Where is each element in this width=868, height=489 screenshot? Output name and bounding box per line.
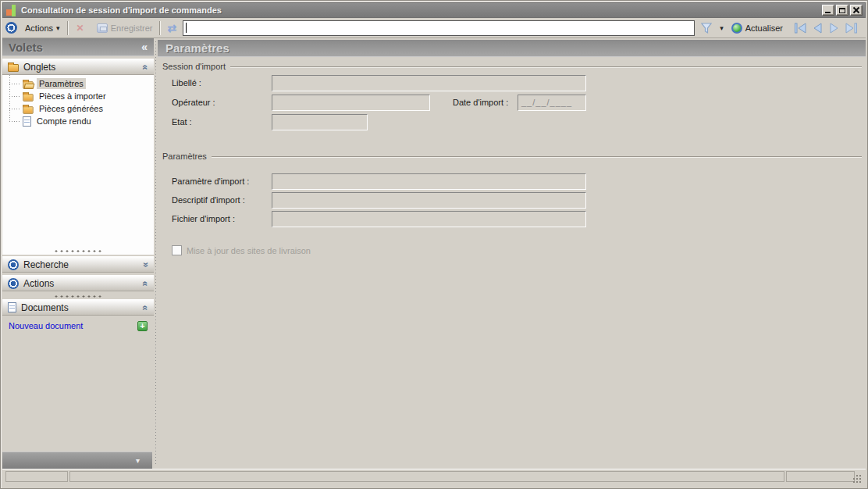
page-title: Paramètres: [165, 41, 229, 55]
previous-record-icon: [812, 23, 824, 34]
main-header: Paramètres: [158, 40, 866, 57]
tree-item-label: Paramètres: [37, 78, 86, 89]
collapse-sidebar-icon[interactable]: «: [141, 41, 148, 53]
actions-bullseye-icon: [8, 278, 19, 289]
maj-sites-livraison-label: Mise à jour des sites de livraison: [187, 246, 311, 255]
refresh-icon: [731, 23, 742, 34]
date-import-field[interactable]: __/__/____: [518, 95, 586, 111]
previous-record-button[interactable]: [812, 23, 824, 34]
sync-button[interactable]: ⇄: [164, 21, 180, 35]
operateur-label: Opérateur :: [172, 98, 215, 107]
save-button[interactable]: Enregistrer: [94, 22, 156, 34]
resize-grip[interactable]: [856, 478, 858, 480]
status-cell: [786, 471, 855, 482]
maj-sites-livraison-row: Mise à jour des sites de livraison: [172, 245, 311, 255]
maximize-icon: [839, 8, 845, 13]
toolbar-separator: [67, 21, 68, 35]
fichier-import-label: Fichier d'import :: [172, 214, 235, 223]
chevron-down-icon[interactable]: «: [141, 262, 151, 267]
chevron-up-icon[interactable]: «: [141, 280, 151, 286]
etat-field[interactable]: [272, 114, 368, 130]
tree-item-pieces-a-importer[interactable]: Pièces à importer: [9, 90, 151, 102]
document-icon: [23, 116, 31, 127]
descriptif-import-field[interactable]: [272, 192, 586, 209]
sidebar: Volets « Onglets « Paramètres Pièces à i…: [2, 38, 154, 469]
new-document-link[interactable]: Nouveau document: [9, 321, 137, 330]
onglets-tree: Paramètres Pièces à importer Pièces géné…: [9, 77, 151, 127]
first-record-button[interactable]: [794, 23, 807, 34]
refresh-button-label: Actualiser: [745, 23, 783, 33]
last-record-button[interactable]: [845, 23, 858, 34]
window-title: Consultation de session d'import de comm…: [21, 5, 822, 15]
folder-icon: [23, 94, 33, 102]
add-document-button[interactable]: +: [137, 321, 148, 331]
delete-button[interactable]: ✕: [72, 21, 89, 35]
recherche-bullseye-icon: [8, 259, 19, 270]
section-header-actions[interactable]: Actions «: [2, 275, 154, 291]
filter-button[interactable]: [698, 20, 715, 36]
open-folder-icon: [23, 81, 33, 89]
next-record-button[interactable]: [828, 23, 840, 34]
delete-x-icon: ✕: [75, 23, 86, 34]
section-actions-label: Actions: [23, 278, 138, 289]
parametre-import-label: Paramètre d'import :: [172, 177, 249, 186]
toolbar-separator: [159, 21, 160, 35]
group-divider-line: [230, 66, 862, 67]
section-documents-label: Documents: [21, 302, 138, 313]
parametre-import-field[interactable]: [272, 173, 586, 190]
title-bar: Consultation de session d'import de comm…: [2, 2, 866, 18]
maj-sites-livraison-checkbox[interactable]: [172, 245, 182, 255]
sync-icon: ⇄: [167, 23, 176, 34]
documents-icon: [8, 302, 16, 312]
chevron-up-icon[interactable]: «: [141, 305, 151, 310]
app-window: Consultation de session d'import de comm…: [0, 0, 868, 489]
descriptif-import-label: Descriptif d'import :: [172, 195, 245, 205]
tree-item-pieces-generees[interactable]: Pièces générées: [9, 102, 151, 115]
actions-bullseye-icon: [5, 22, 17, 34]
group-parametres: Paramètres: [162, 152, 862, 161]
status-cell: [69, 471, 784, 482]
chevron-down-icon: ▾: [56, 24, 60, 32]
folder-icon: [8, 64, 19, 72]
fichier-import-field[interactable]: [272, 211, 586, 227]
section-header-documents[interactable]: Documents «: [2, 299, 154, 316]
sidebar-header: Volets «: [2, 38, 154, 56]
sidebar-title: Volets: [9, 41, 141, 54]
group-session-import: Session d'import: [162, 62, 862, 71]
tree-item-label: Pièces générées: [37, 103, 105, 114]
search-input[interactable]: [183, 20, 695, 36]
group-parametres-title: Paramètres: [162, 152, 207, 161]
save-button-label: Enregistrer: [111, 23, 153, 33]
minimize-icon: [825, 12, 831, 13]
app-icon: [5, 5, 17, 16]
filter-funnel-icon: [699, 21, 713, 35]
libelle-field[interactable]: [272, 75, 586, 91]
group-divider-line: [212, 156, 862, 157]
close-button[interactable]: [850, 5, 863, 16]
panel-splitter-horizontal[interactable]: [2, 293, 154, 299]
refresh-button[interactable]: Actualiser: [728, 21, 786, 35]
sidebar-options-bar[interactable]: ▾: [2, 452, 152, 469]
etat-label: Etat :: [172, 117, 192, 127]
panel-splitter-horizontal[interactable]: [2, 248, 154, 254]
maximize-button[interactable]: [836, 5, 848, 16]
section-onglets-label: Onglets: [23, 62, 138, 73]
operateur-field[interactable]: [272, 95, 430, 111]
main-panel: Paramètres Session d'import Libellé : Op…: [158, 38, 866, 469]
minimize-button[interactable]: [822, 5, 834, 16]
section-recherche-label: Recherche: [23, 259, 138, 270]
actions-menu-button[interactable]: Actions ▾: [22, 22, 63, 34]
section-header-recherche[interactable]: Recherche «: [2, 256, 154, 273]
next-record-icon: [828, 23, 840, 34]
date-import-label: Date d'import :: [453, 98, 508, 107]
section-header-onglets[interactable]: Onglets «: [2, 59, 154, 75]
tree-item-parametres[interactable]: Paramètres: [9, 77, 151, 90]
close-icon: [853, 7, 859, 13]
first-record-icon: [794, 23, 807, 34]
filter-dropdown-button[interactable]: ▾: [718, 23, 725, 33]
chevron-up-icon[interactable]: «: [141, 64, 151, 70]
record-navigation: [794, 23, 858, 34]
save-icon: [97, 23, 108, 33]
tree-item-compte-rendu[interactable]: Compte rendu: [9, 115, 151, 127]
tree-item-label: Compte rendu: [34, 116, 94, 127]
